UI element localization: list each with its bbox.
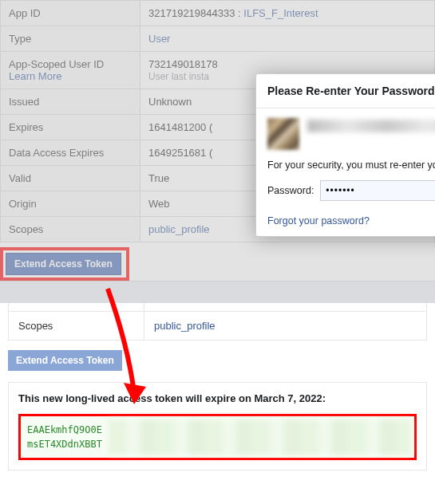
- token-blurred-region: [109, 419, 411, 455]
- dialog-title: Please Re-enter Your Password: [256, 74, 435, 108]
- label-scopes-lower: Scopes: [9, 311, 144, 340]
- security-text: For your security, you must re-enter you: [267, 159, 435, 171]
- label-valid: Valid: [1, 166, 140, 191]
- label-type: Type: [1, 26, 140, 52]
- row-type: Type User: [1, 26, 435, 52]
- label-data-access-expires: Data Access Expires: [1, 140, 140, 166]
- label-user-id: App-Scoped User ID: [9, 58, 104, 70]
- row-app-id: App ID 321719219844333 : ILFS_F_Interest: [1, 1, 435, 26]
- label-scopes: Scopes: [1, 217, 140, 242]
- type-link[interactable]: User: [148, 33, 170, 45]
- label-app-id: App ID: [1, 1, 140, 26]
- row-scopes-lower: [9, 303, 427, 311]
- password-input[interactable]: [320, 180, 435, 201]
- user-id-value: 732149018178: [148, 58, 218, 70]
- scopes-link-lower[interactable]: public_profile: [154, 320, 216, 332]
- result-panel: This new long-lived access token will ex…: [8, 382, 427, 471]
- highlight-box-extend-button: Extend Access Token: [0, 247, 129, 281]
- app-id-value: 321719219844333: [148, 7, 235, 19]
- password-dialog: Please Re-enter Your Password For your s…: [255, 73, 435, 237]
- highlight-box-token: EAAEkmhfQ9O0E msET4XDdnXBBT: [18, 414, 417, 460]
- forgot-password-link[interactable]: Forgot your password?: [267, 215, 435, 226]
- lower-table: Scopes public_profile: [8, 303, 427, 341]
- label-expires: Expires: [1, 115, 140, 140]
- label-issued: Issued: [1, 89, 140, 115]
- user-id-subtext: User last insta: [148, 71, 209, 82]
- learn-more-link[interactable]: Learn More: [9, 70, 61, 82]
- extend-access-token-button[interactable]: Extend Access Token: [6, 253, 121, 275]
- scopes-link[interactable]: public_profile: [148, 223, 210, 235]
- password-label: Password:: [267, 185, 314, 196]
- extend-access-token-button-lower[interactable]: Extend Access Token: [8, 350, 122, 371]
- username-blurred: [307, 120, 435, 132]
- row-scopes-lower-2: Scopes public_profile: [9, 311, 427, 340]
- section-divider: [0, 281, 435, 303]
- app-name-link[interactable]: ILFS_F_Interest: [243, 7, 318, 19]
- result-title: This new long-lived access token will ex…: [18, 392, 417, 404]
- avatar: [267, 118, 299, 150]
- label-origin: Origin: [1, 191, 140, 217]
